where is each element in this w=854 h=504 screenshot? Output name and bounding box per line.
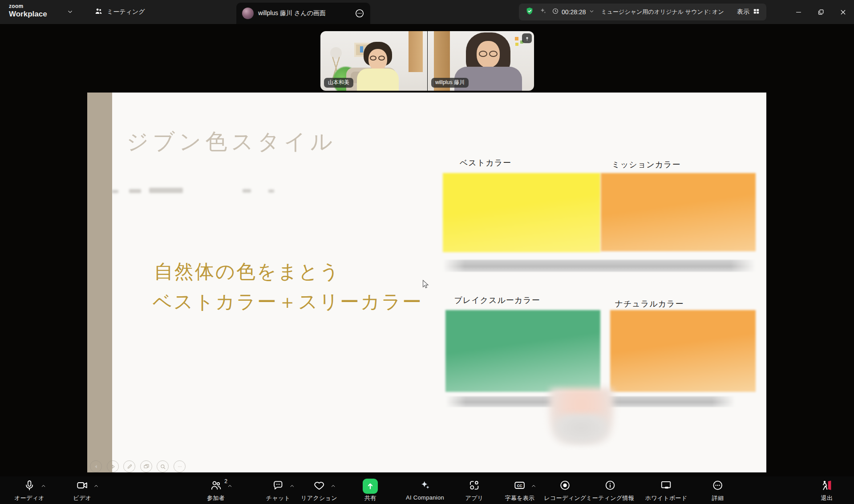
captions-icon: CC	[514, 480, 526, 493]
participants-icon	[210, 480, 222, 493]
toolbar-video-button[interactable]: ビデオ	[73, 479, 92, 502]
toolbar-video-label: ビデオ	[73, 494, 92, 502]
view-button[interactable]: 表示	[737, 8, 760, 17]
swatch-label: ブレイクスルーカラー	[454, 295, 540, 306]
heart-icon	[313, 480, 325, 493]
toolbar-ai-companion-button[interactable]: AI Companion	[406, 479, 444, 501]
slide-body-line1: 自然体の色をまとう	[154, 259, 340, 285]
blurred-gray-bar	[443, 260, 756, 272]
toolbar-more-button[interactable]: 詳細	[712, 479, 724, 502]
swatch-label: ナチュラルカラー	[615, 298, 684, 309]
blurred-text	[243, 189, 251, 193]
video-options-icon[interactable]	[522, 33, 532, 43]
color-swatch	[610, 310, 756, 392]
tab-more-circle-icon[interactable]	[355, 8, 364, 18]
slide-title: ジブン色スタイル	[126, 127, 336, 157]
slide-accent-strip	[87, 93, 112, 472]
zoom-search-icon[interactable]	[157, 460, 169, 472]
microphone-icon	[24, 480, 35, 493]
whiteboard-icon	[660, 480, 672, 493]
blurred-text	[129, 189, 141, 193]
svg-text:CC: CC	[517, 484, 522, 488]
color-swatch	[601, 173, 756, 251]
view-grid-icon	[753, 8, 760, 17]
meeting-toolbar: オーディオビデオ2参加者チャットリアクション共有AI CompanionアプリC…	[0, 476, 854, 504]
blurred-text	[268, 190, 274, 193]
shield-check-icon[interactable]	[525, 7, 534, 17]
toolbar-participants-chevron-up-icon[interactable]	[227, 483, 233, 489]
tab-meeting[interactable]: ミーティング	[94, 0, 145, 24]
toolbar-reactions-button[interactable]: リアクション	[301, 479, 337, 502]
toolbar-captions-label: 字幕を表示	[505, 494, 535, 502]
tab-shared-screen-label: willplus 藤川 さんの画面	[258, 9, 350, 17]
toolbar-reactions-chevron-up-icon[interactable]	[330, 483, 336, 489]
video-camera-icon	[77, 480, 88, 493]
toolbar-ai-companion-label: AI Companion	[406, 494, 444, 501]
people-icon	[94, 7, 103, 17]
toolbar-whiteboard-label: ホワイトボード	[645, 494, 688, 502]
video-tile-yamamoto[interactable]: 山本和美	[320, 31, 427, 91]
logo-zoom: zoom	[9, 4, 47, 9]
toolbar-recording-button[interactable]: レコーディング	[544, 479, 587, 502]
minimize-button[interactable]	[787, 0, 809, 24]
toolbar-share-button[interactable]: 共有	[363, 479, 378, 502]
color-swatch	[445, 310, 600, 392]
toolbar-apps-label: アプリ	[465, 494, 484, 502]
pen-icon[interactable]	[123, 460, 135, 472]
record-icon	[559, 480, 571, 493]
share-screen-icon	[363, 479, 378, 494]
toolbar-audio-button[interactable]: オーディオ	[14, 479, 45, 502]
video-thumbnails: 山本和美 willplus 藤川	[320, 31, 534, 91]
toolbar-captions-button[interactable]: CC字幕を表示	[505, 479, 535, 502]
original-sound-status[interactable]: ミュージシャン用のオリジナル サウンド: オン	[601, 8, 724, 16]
view-label: 表示	[737, 8, 749, 16]
blurred-text	[149, 188, 183, 193]
toolbar-more-label: 詳細	[712, 494, 724, 502]
mouse-cursor	[422, 280, 430, 289]
meeting-timer[interactable]: 00:28:28	[552, 8, 595, 16]
toolbar-reactions-label: リアクション	[301, 494, 337, 502]
participant-name-tag: willplus 藤川	[431, 78, 469, 88]
swatch-label: ベストカラー	[460, 157, 511, 168]
info-icon	[604, 480, 616, 493]
prev-slide-icon[interactable]	[90, 460, 102, 472]
toolbar-chat-chevron-up-icon[interactable]	[289, 483, 295, 489]
toolbar-video-chevron-up-icon[interactable]	[93, 483, 99, 489]
timer-chevron-down-icon[interactable]	[589, 8, 595, 16]
sparkle-gray-icon[interactable]	[539, 7, 547, 17]
toolbar-chat-button[interactable]: チャット	[266, 479, 290, 502]
toolbar-captions-chevron-up-icon[interactable]	[531, 483, 537, 489]
avatar	[242, 8, 254, 19]
toolbar-audio-chevron-up-icon[interactable]	[40, 483, 46, 489]
close-button[interactable]	[832, 0, 854, 24]
slide-body-line2: ベストカラー＋スリーカラー	[153, 289, 423, 315]
meeting-stage: 山本和美 willplus 藤川 ジブン色スタイル 自然体の色をまとう ベス	[0, 24, 854, 476]
participant-name-tag: 山本和美	[324, 78, 353, 88]
more-dots-icon[interactable]	[174, 460, 186, 472]
ellipsis-icon	[712, 480, 724, 493]
window-controls	[787, 0, 854, 24]
toolbar-participants-button[interactable]: 2参加者	[207, 479, 225, 502]
next-slide-icon[interactable]	[107, 460, 119, 472]
restore-button[interactable]	[809, 0, 832, 24]
toolbar-apps-button[interactable]: アプリ	[465, 479, 484, 502]
video-tile-fujikawa[interactable]: willplus 藤川	[427, 31, 534, 91]
leave-icon	[821, 480, 833, 493]
timer-value: 00:28:28	[562, 8, 586, 16]
toolbar-whiteboard-button[interactable]: ホワイトボード	[645, 479, 688, 502]
toolbar-chat-label: チャット	[266, 494, 290, 502]
zoom-workplace-logo: zoom Workplace	[9, 4, 47, 18]
ai-sparkle-icon	[419, 480, 431, 493]
meeting-status-pill: 00:28:28 ミュージシャン用のオリジナル サウンド: オン 表示	[519, 4, 766, 20]
chat-icon	[272, 480, 284, 493]
blurred-blob	[553, 414, 610, 445]
slides-icon[interactable]	[140, 460, 152, 472]
clock-icon	[552, 8, 559, 16]
toolbar-meeting-info-button[interactable]: ミーティング情報	[586, 479, 634, 502]
glasses	[370, 56, 385, 60]
toolbar-leave-label: 退出	[821, 494, 833, 502]
tab-shared-screen[interactable]: willplus 藤川 さんの画面	[236, 3, 370, 24]
toolbar-share-label: 共有	[364, 494, 376, 502]
workspace-chevron-down-icon[interactable]	[67, 8, 73, 17]
toolbar-leave-button[interactable]: 退出	[821, 479, 833, 502]
